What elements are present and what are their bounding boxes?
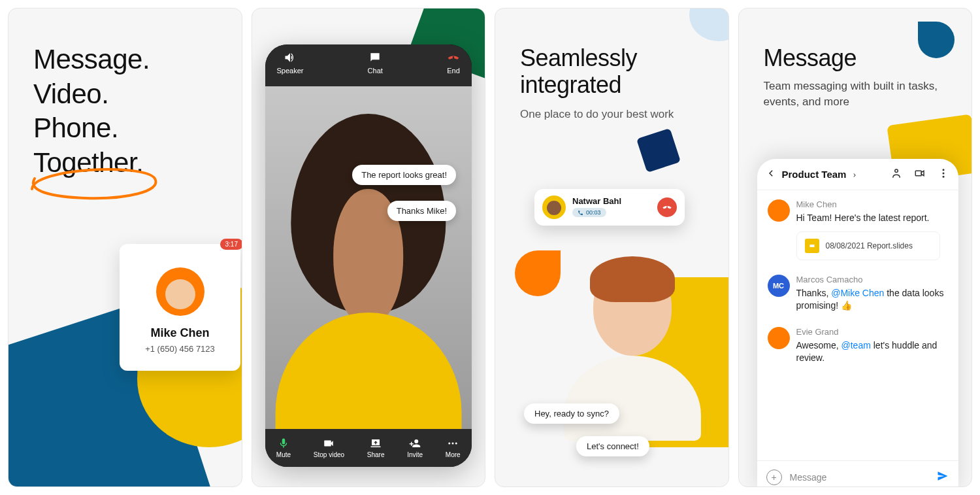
message-composer[interactable]: + Message [757,460,959,487]
slide-subtitle: One place to do your best work [520,108,728,121]
phone-icon [578,210,583,216]
chat-icon [368,51,382,64]
composer-placeholder[interactable]: Message [790,472,929,483]
phone-mock: Product Team Mike Chen Hi Team! Here's t… [757,159,959,487]
overflow-menu[interactable] [938,167,949,182]
headline-line-1: Message. [33,43,150,77]
call-bottom-bar: Mute Stop video Share Invite More [265,429,472,467]
chevron-right-icon [852,173,857,178]
attach-button[interactable]: + [766,469,782,485]
svg-point-6 [943,172,945,174]
mute-button[interactable]: Mute [276,437,291,458]
chat-bubble: Hey, ready to sync? [524,403,619,424]
hero-headline: Message. Video. Phone. Together. [33,43,150,180]
slide-heading: Seamlessly integrated One place to do yo… [520,44,728,121]
slide-title: Seamlessly integrated [520,44,728,99]
chevron-left-icon [766,169,776,178]
headline-line-4: Together. [33,146,150,180]
avatar [768,199,790,222]
svg-point-0 [448,443,450,445]
slide-heading: Message Team messaging with built in tas… [764,44,947,110]
mic-icon [278,437,289,449]
headline-line-3: Phone. [33,111,150,146]
back-button[interactable] [766,167,776,181]
mention[interactable]: @team [841,340,871,350]
phone-mock: Speaker Chat End The report looks great!… [265,44,472,467]
slide-subtitle: Team messaging with built in tasks, even… [764,78,947,110]
message-thread[interactable]: Mike Chen Hi Team! Here's the latest rep… [757,190,959,460]
avatar: MC [768,275,790,297]
avatar [768,327,790,349]
hangup-icon [447,51,460,64]
hangup-icon [662,202,672,213]
video-icon [323,437,335,449]
more-button[interactable]: More [446,437,461,458]
svg-point-7 [943,175,945,177]
incoming-call-card[interactable]: Natwar Bahl 00:03 [534,189,685,226]
svg-point-3 [895,169,898,173]
message-text: Thanks, @Mike Chen the data looks promis… [796,287,949,313]
speaker-icon [284,51,297,64]
person-shirt [564,356,701,441]
slide-video-call: Speaker Chat End The report looks great!… [252,8,486,487]
mention[interactable]: @Mike Chen [831,288,884,298]
send-icon [936,469,949,483]
chat-bubble: Thanks Mike! [387,201,456,221]
avatar [542,196,566,219]
video-call-button[interactable] [914,167,926,182]
more-dots-icon [447,437,459,449]
avatar [156,267,204,316]
decor-navy-square [636,128,680,173]
headline-line-2: Video. [33,77,150,112]
svg-point-2 [455,443,457,445]
app-screenshot-gallery: Message. Video. Phone. Together. 3:17 Mi… [8,8,972,487]
file-attachment[interactable]: 08/08/2021 Report.slides [796,231,940,260]
video-icon [914,167,926,179]
share-screen-icon [370,437,382,449]
team-name[interactable]: Product Team [782,169,885,180]
end-call-button[interactable]: End [447,51,460,81]
contact-card[interactable]: 3:17 Mike Chen +1 (650) 456 7123 [120,244,240,371]
slide-message: Message Team messaging with built in tas… [738,8,973,487]
stop-video-button[interactable]: Stop video [314,437,344,458]
sender-name: Evie Grand [796,327,949,337]
sender-name: Marcos Camacho [796,275,949,284]
video-feed: The report looks great! Thanks Mike! [265,86,472,429]
people-icon [890,167,902,179]
message: Mike Chen Hi Team! Here's the latest rep… [768,199,949,260]
svg-rect-4 [915,171,921,176]
person-hair [590,256,675,302]
contact-phone: +1 (650) 456 7123 [129,344,231,354]
end-call-button[interactable] [657,197,677,217]
call-top-bar: Speaker Chat End [265,44,472,86]
share-button[interactable]: Share [367,437,385,458]
call-info: Natwar Bahl 00:03 [572,196,651,218]
message-text: Awesome, @team let's huddle and review. [796,339,949,365]
message: MC Marcos Camacho Thanks, @Mike Chen the… [768,275,949,313]
slide-integrated: Seamlessly integrated One place to do yo… [495,8,729,487]
svg-point-1 [452,443,454,445]
slide-hero: Message. Video. Phone. Together. 3:17 Mi… [8,8,242,487]
members-button[interactable] [890,167,902,182]
chat-button[interactable]: Chat [368,51,383,81]
invite-button[interactable]: Invite [407,437,423,458]
speaker-button[interactable]: Speaker [277,51,304,81]
slides-file-icon [805,239,819,253]
message: Evie Grand Awesome, @team let's huddle a… [768,327,949,365]
chat-header: Product Team [757,159,959,190]
message-text: Hi Team! Here's the latest report. [796,212,949,225]
slide-title: Message [764,44,947,72]
contact-name: Mike Chen [129,326,231,340]
svg-rect-8 [809,245,814,247]
sender-name: Mike Chen [796,199,949,209]
decor-cloud [689,8,729,41]
more-vertical-icon [938,167,949,179]
chat-bubble: The report looks great! [352,165,456,185]
add-person-icon [409,437,421,449]
caller-name: Natwar Bahl [572,196,651,206]
file-name: 08/08/2021 Report.slides [826,241,913,250]
call-timer: 00:03 [572,208,606,217]
send-button[interactable] [936,469,949,485]
svg-point-5 [943,169,945,171]
call-duration-badge: 3:17 [220,239,242,250]
